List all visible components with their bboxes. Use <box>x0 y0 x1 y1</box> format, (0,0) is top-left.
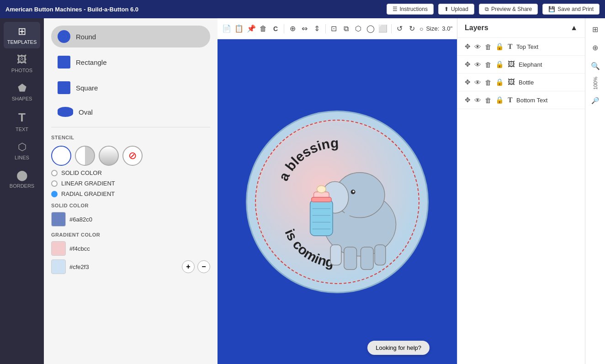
layer-delete-icon-bottom-text[interactable]: 🗑 <box>485 96 492 104</box>
shapes-icon: ⬟ <box>18 82 27 94</box>
sidebar-item-shapes[interactable]: ⬟ SHAPES <box>4 79 40 105</box>
layer-lock-icon-bottle[interactable]: 🔒 <box>495 78 504 86</box>
save-print-button[interactable]: 💾 Save and Print <box>542 4 600 15</box>
layer-delete-icon-elephant[interactable]: 🗑 <box>485 61 492 69</box>
stencil-none[interactable]: ⊘ <box>122 146 143 166</box>
layer-delete-icon-top-text[interactable]: 🗑 <box>485 43 492 51</box>
sidebar-item-borders[interactable]: ⬤ BORDERS <box>4 166 40 192</box>
gradient-color-swatch-1[interactable] <box>51 241 66 256</box>
layer-eye-icon-elephant[interactable]: 👁 <box>474 61 481 69</box>
paste-button[interactable]: 📌 <box>246 22 256 36</box>
stencil-half[interactable] <box>75 146 95 166</box>
layer-move-icon-bottom-text[interactable]: ✥ <box>465 96 471 104</box>
solid-color-value: #6a82c0 <box>69 216 92 223</box>
sidebar-item-text[interactable]: T TEXT <box>4 107 40 136</box>
shape-rectangle[interactable]: Rectangle <box>51 51 210 73</box>
layer-move-icon-elephant[interactable]: ✥ <box>465 60 471 69</box>
layer-delete-icon-bottle[interactable]: 🗑 <box>485 79 492 86</box>
border-button[interactable]: ⬜ <box>378 22 387 36</box>
zoom-in-button[interactable]: 🔍 <box>588 58 603 73</box>
toolbar-strip: 📄 📋 📌 🗑 C ⊕ ⇔ ⇕ ⊡ ⧉ ⬡ ◯ ⬜ ↺ ↻ ○ Size: 3.… <box>218 18 457 39</box>
copy-button[interactable]: 📋 <box>234 22 244 36</box>
layer-lock-icon-top-text[interactable]: 🔒 <box>495 42 504 51</box>
sep-2 <box>325 24 326 33</box>
preview-icon: ⧉ <box>485 6 489 12</box>
radio-linear[interactable]: LINEAR GRADIENT <box>51 180 210 187</box>
svg-rect-19 <box>312 197 332 202</box>
layers-title: Layers <box>465 24 488 32</box>
layer-eye-icon-bottle[interactable]: 👁 <box>474 79 481 86</box>
layer-row-bottle: ✥ 👁 🗑 🔒 🖼 Bottle <box>457 74 585 91</box>
svg-point-18 <box>317 185 326 193</box>
gradient-color-row-2: #cfe2f3 + − <box>51 259 210 274</box>
flip-h-button[interactable]: ⇔ <box>300 22 310 36</box>
help-button[interactable]: Looking for help? <box>367 341 430 355</box>
undo-button[interactable]: ↺ <box>395 22 405 36</box>
layer-name-top-text: Top Text <box>516 43 578 50</box>
fill-button[interactable]: ◯ <box>366 22 376 36</box>
button-artwork: a blessing is coming <box>256 120 419 284</box>
layers-panel: Layers ▲ ✥ 👁 🗑 🔒 𝐓 Top Text ✥ 👁 🗑 🔒 🖼 El… <box>457 18 585 364</box>
align-center-button[interactable]: ⊕ <box>288 22 297 36</box>
size-label: Size: <box>426 25 439 32</box>
layer-move-icon-bottle[interactable]: ✥ <box>465 78 471 86</box>
layer-eye-icon-bottom-text[interactable]: 👁 <box>474 96 481 104</box>
sidebar-item-photos[interactable]: 🖼 PHOTOS <box>4 50 40 77</box>
layer-type-text-bottom: 𝐓 <box>508 96 513 104</box>
new-button[interactable]: 📄 <box>222 22 232 36</box>
preview-button[interactable]: ⧉ Preview & Share <box>479 4 538 15</box>
layer-move-icon-top-text[interactable]: ✥ <box>465 42 471 51</box>
sidebar-item-lines[interactable]: ⬡ LINES <box>4 137 40 164</box>
fit-view-button[interactable]: ⊕ <box>588 40 603 55</box>
lines-icon: ⬡ <box>18 141 27 153</box>
square-swatch <box>58 81 70 94</box>
stencil-label: STENCIL <box>51 135 210 140</box>
transform-button[interactable]: ⧉ <box>341 22 351 36</box>
divider-1 <box>51 127 210 127</box>
layer-eye-icon-top-text[interactable]: 👁 <box>474 43 481 51</box>
layer-lock-icon-elephant[interactable]: 🔒 <box>495 60 504 69</box>
zoom-out-button[interactable]: 🔎 <box>588 93 603 108</box>
canvas-area[interactable]: a blessing is coming <box>218 39 457 364</box>
oval-swatch <box>58 107 73 117</box>
gradient-color-row-1: #f4cbcc <box>51 241 210 256</box>
gradient-color-swatch-2[interactable] <box>51 259 66 274</box>
remove-gradient-button[interactable]: − <box>197 260 210 273</box>
flip-v-button[interactable]: ⇕ <box>312 22 322 36</box>
button-canvas: a blessing is coming <box>246 111 429 293</box>
stencil-full[interactable] <box>51 146 71 166</box>
radio-solid-dot <box>51 170 58 176</box>
radio-solid[interactable]: SOLID COLOR <box>51 169 210 176</box>
layers-collapse-icon[interactable]: ▲ <box>570 24 578 32</box>
shape-oval[interactable]: Oval <box>51 102 210 121</box>
instructions-button[interactable]: ☰ Instructions <box>387 4 434 15</box>
stencil-gradient[interactable] <box>99 146 119 166</box>
layer-lock-icon-bottom-text[interactable]: 🔒 <box>495 96 504 104</box>
crop-button[interactable]: ⊡ <box>329 22 339 36</box>
shape-round[interactable]: Round <box>51 26 210 47</box>
sep-1 <box>284 24 284 33</box>
layer-name-bottom-text: Bottom Text <box>516 97 578 104</box>
size-value: 3.0" <box>442 25 452 32</box>
color-tool-button[interactable]: C <box>271 22 281 36</box>
shape-square[interactable]: Square <box>51 77 210 99</box>
solid-color-swatch[interactable] <box>51 212 66 227</box>
sidebar-item-templates[interactable]: ⊞ TEMPLATES <box>4 22 40 48</box>
radio-radial[interactable]: RADIAL GRADIENT <box>51 190 210 197</box>
svg-rect-9 <box>361 247 373 269</box>
svg-rect-8 <box>344 247 357 269</box>
upload-button[interactable]: ⬆ Upload <box>438 4 474 15</box>
layer-row-elephant: ✥ 👁 🗑 🔒 🖼 Elephant <box>457 56 585 74</box>
layer-row-bottom-text: ✥ 👁 🗑 🔒 𝐓 Bottom Text <box>457 91 585 109</box>
borders-icon: ⬤ <box>16 169 28 181</box>
add-gradient-button[interactable]: + <box>182 260 195 273</box>
redo-button[interactable]: ↻ <box>407 22 417 36</box>
layer-type-text-top: 𝐓 <box>508 42 513 51</box>
button-inner: a blessing is coming <box>255 120 419 284</box>
sep-3 <box>391 24 392 33</box>
warp-button[interactable]: ⬡ <box>354 22 363 36</box>
delete-button[interactable]: 🗑 <box>259 22 268 36</box>
grid-view-button[interactable]: ⊞ <box>588 22 603 37</box>
layer-name-bottle: Bottle <box>519 79 578 86</box>
instructions-icon: ☰ <box>393 6 398 12</box>
